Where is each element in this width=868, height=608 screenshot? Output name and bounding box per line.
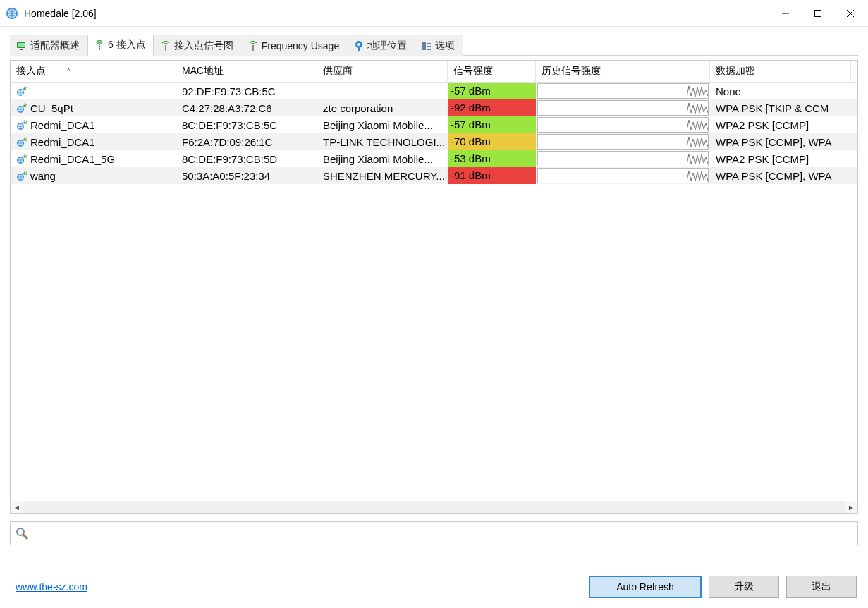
svg-rect-8 <box>20 49 23 50</box>
table-row[interactable]: wang50:3A:A0:5F:23:34SHENZHEN MERCURY...… <box>11 167 857 184</box>
cell-vendor: Beijing Xiaomi Mobile... <box>317 116 448 133</box>
cell-signal: -92 dBm <box>448 99 536 116</box>
cell-encryption: WPA PSK [CCMP], WPA <box>710 167 851 184</box>
svg-point-26 <box>23 121 26 124</box>
svg-rect-3 <box>815 10 821 16</box>
auto-refresh-button[interactable]: Auto Refresh <box>589 576 702 598</box>
signal-history-sparkline <box>537 168 709 183</box>
wifi-network-icon <box>16 102 27 114</box>
column-header-history[interactable]: 历史信号强度 <box>536 61 710 82</box>
cell-encryption: WPA PSK [TKIP & CCM <box>710 99 851 116</box>
wifi-network-icon <box>16 153 27 164</box>
cell-signal: -53 dBm <box>448 150 536 167</box>
scroll-track[interactable] <box>23 501 845 513</box>
ap-name: Redmi_DCA1_5G <box>30 153 115 165</box>
search-input[interactable] <box>33 528 853 539</box>
cell-vendor <box>317 83 448 99</box>
scroll-right-icon[interactable]: ► <box>845 501 857 514</box>
ap-name: Redmi_DCA1 <box>30 119 95 131</box>
scroll-left-icon[interactable]: ◄ <box>11 501 23 514</box>
app-icon <box>6 7 18 20</box>
tab-access-points[interactable]: 6 接入点 <box>87 35 154 56</box>
signal-badge: -92 dBm <box>448 99 536 116</box>
close-icon <box>846 9 855 18</box>
signal-history-sparkline <box>537 117 709 133</box>
table-row[interactable]: CU_5qPtC4:27:28:A3:72:C6zte corporation-… <box>11 99 857 116</box>
ap-name: CU_5qPt <box>30 102 73 114</box>
svg-point-20 <box>23 87 26 90</box>
svg-point-29 <box>23 138 26 141</box>
cell-signal: -57 dBm <box>448 116 536 133</box>
tab-label: 6 接入点 <box>108 39 146 51</box>
cell-ap: Redmi_DCA1_5G <box>11 150 176 167</box>
table-row[interactable]: Redmi_DCA1_5G8C:DE:F9:73:CB:5DBeijing Xi… <box>11 150 857 167</box>
column-header-vendor[interactable]: 供应商 <box>317 61 448 82</box>
header-label: 历史信号强度 <box>542 65 601 78</box>
cell-encryption: None <box>710 83 851 99</box>
antenna-icon <box>160 40 171 51</box>
signal-badge: -91 dBm <box>448 167 536 184</box>
titlebar: Homedale [2.06] <box>0 0 868 27</box>
website-link[interactable]: www.the-sz.com <box>16 581 87 592</box>
signal-history-sparkline <box>537 151 709 166</box>
tab-label: Frequency Usage <box>262 40 340 51</box>
maximize-button[interactable] <box>802 1 834 25</box>
table-body: 92:DE:F9:73:CB:5C-57 dBmNoneCU_5qPtC4:27… <box>11 83 857 501</box>
column-header-signal[interactable]: 信号强度 <box>448 61 536 82</box>
svg-line-37 <box>23 535 27 538</box>
column-headers: 接入点 ^ MAC地址 供应商 信号强度 历史信号强度 数据加密 <box>11 61 857 83</box>
signal-badge: -57 dBm <box>448 83 536 99</box>
cell-vendor: SHENZHEN MERCURY... <box>317 167 448 184</box>
svg-rect-7 <box>18 43 25 47</box>
access-point-list: 接入点 ^ MAC地址 供应商 信号强度 历史信号强度 数据加密 92:DE:F… <box>10 60 858 514</box>
tab-adapter-overview[interactable]: 适配器概述 <box>10 35 87 56</box>
cell-history <box>536 133 710 150</box>
svg-point-35 <box>23 172 26 175</box>
cell-history <box>536 150 710 167</box>
wifi-network-icon <box>16 170 27 181</box>
tab-options[interactable]: 选项 <box>415 35 463 56</box>
close-button[interactable] <box>834 1 867 25</box>
header-label: MAC地址 <box>182 65 224 78</box>
table-row[interactable]: 92:DE:F9:73:CB:5C-57 dBmNone <box>11 83 857 99</box>
tab-label: 选项 <box>435 39 455 52</box>
column-header-mac[interactable]: MAC地址 <box>176 61 317 82</box>
cell-history <box>536 99 710 116</box>
exit-button[interactable]: 退出 <box>786 576 857 598</box>
table-row[interactable]: Redmi_DCA1F6:2A:7D:09:26:1CTP-LINK TECHN… <box>11 133 857 150</box>
wifi-network-icon <box>16 136 27 147</box>
cell-encryption: WPA2 PSK [CCMP] <box>710 116 851 133</box>
cell-signal: -91 dBm <box>448 167 536 184</box>
svg-rect-15 <box>427 43 431 44</box>
cell-mac: 8C:DE:F9:73:CB:5D <box>176 150 317 167</box>
cell-encryption: WPA PSK [CCMP], WPA <box>710 133 851 150</box>
tab-label: 地理位置 <box>367 39 407 52</box>
minimize-button[interactable] <box>769 1 802 25</box>
header-label: 数据加密 <box>716 65 755 78</box>
signal-badge: -70 dBm <box>448 133 536 150</box>
wifi-network-icon <box>16 85 27 97</box>
cell-encryption: WPA2 PSK [CCMP] <box>710 150 851 167</box>
cell-mac: 8C:DE:F9:73:CB:5C <box>176 116 317 133</box>
tab-signal-graph[interactable]: 接入点信号图 <box>154 35 241 56</box>
cell-ap: Redmi_DCA1 <box>11 133 176 150</box>
upgrade-button[interactable]: 升级 <box>709 576 779 598</box>
cell-mac: 92:DE:F9:73:CB:5C <box>176 83 317 99</box>
search-box[interactable] <box>10 521 858 545</box>
table-row[interactable]: Redmi_DCA18C:DE:F9:73:CB:5CBeijing Xiaom… <box>11 116 857 133</box>
horizontal-scrollbar[interactable]: ◄ ► <box>11 501 857 513</box>
cell-mac: F6:2A:7D:09:26:1C <box>176 133 317 150</box>
cell-history <box>536 167 710 184</box>
tab-frequency-usage[interactable]: Frequency Usage <box>241 35 348 56</box>
signal-badge: -57 dBm <box>448 116 536 133</box>
cell-signal: -70 dBm <box>448 133 536 150</box>
tab-location[interactable]: 地理位置 <box>347 35 415 56</box>
header-label: 信号强度 <box>453 65 493 78</box>
signal-badge: -53 dBm <box>448 150 536 167</box>
maximize-icon <box>814 9 822 18</box>
header-label: 接入点 <box>16 65 46 78</box>
column-header-encryption[interactable]: 数据加密 <box>710 61 851 82</box>
column-header-ap[interactable]: 接入点 ^ <box>11 61 176 82</box>
cell-history <box>536 116 710 133</box>
cell-mac: C4:27:28:A3:72:C6 <box>176 99 317 116</box>
